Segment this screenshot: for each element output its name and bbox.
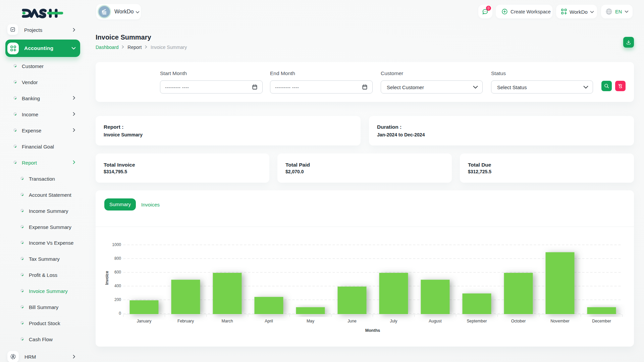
svg-text:April: April (265, 319, 273, 323)
svg-text:400: 400 (114, 284, 121, 288)
svg-text:July: July (390, 319, 398, 323)
svg-text:June: June (347, 319, 357, 323)
svg-text:August: August (429, 319, 442, 323)
svg-text:February: February (177, 319, 194, 323)
svg-text:200: 200 (114, 297, 121, 302)
svg-text:December: December (592, 319, 611, 323)
svg-text:January: January (137, 319, 152, 323)
svg-text:September: September (467, 319, 487, 323)
svg-text:0: 0 (119, 311, 121, 316)
svg-text:March: March (221, 319, 233, 323)
svg-text:1000: 1000 (112, 242, 121, 247)
svg-text:May: May (307, 319, 315, 323)
svg-text:Months: Months (365, 328, 380, 333)
svg-text:600: 600 (114, 270, 121, 275)
svg-text:November: November (550, 319, 570, 323)
svg-text:800: 800 (114, 256, 121, 261)
svg-text:October: October (511, 319, 526, 323)
svg-text:Invoice: Invoice (105, 271, 109, 285)
